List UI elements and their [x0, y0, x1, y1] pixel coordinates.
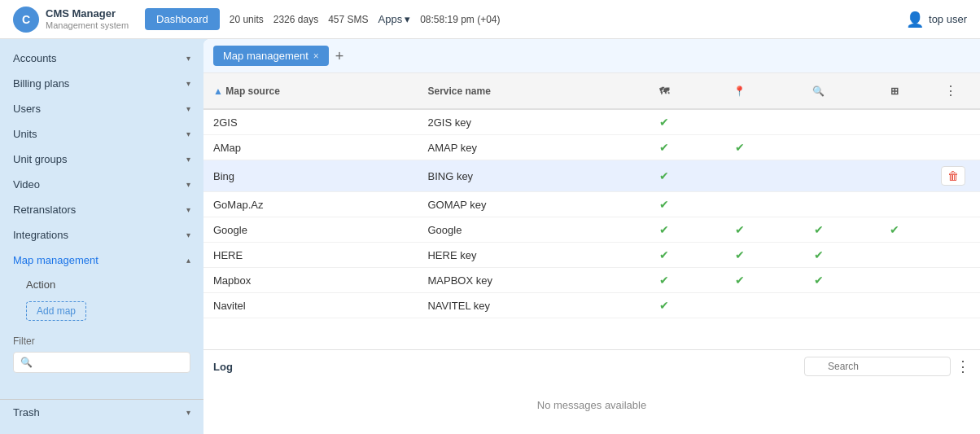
check-icon: ✔: [735, 274, 745, 287]
cell-c1: ✔: [628, 243, 701, 268]
filter-input-wrap: 🔍: [13, 352, 190, 373]
right-panel: Map management × + ▲ Map source Service …: [203, 39, 980, 434]
log-search-input[interactable]: [804, 357, 951, 376]
log-section: Log 🔍 ⋮ No messages available: [203, 349, 980, 434]
cell-c1: ✔: [628, 217, 701, 243]
cell-c3: [779, 135, 858, 160]
cell-c2: [700, 293, 779, 318]
cell-c1: ✔: [628, 192, 701, 217]
chevron-icon: ▾: [186, 205, 190, 214]
cell-source: HERE: [203, 243, 418, 268]
dashboard-button[interactable]: Dashboard: [145, 8, 220, 30]
col-map-source: ▲ Map source: [203, 73, 418, 109]
tab-map-management[interactable]: Map management ×: [213, 46, 329, 66]
cell-service: MAPBOX key: [418, 268, 627, 293]
chevron-down-icon: ▾: [405, 13, 410, 25]
left-navigation: Accounts ▾ Billing plans ▾ Users ▾ Units…: [0, 39, 203, 434]
sidebar-item-billing[interactable]: Billing plans ▾: [0, 71, 203, 96]
col-actions: ⋮ Select columns: [931, 73, 980, 109]
cell-service: 2GIS key: [418, 109, 627, 135]
check-icon: ✔: [659, 169, 669, 182]
cell-c1: ✔: [628, 293, 701, 318]
filter-input[interactable]: [36, 357, 183, 368]
add-map-container: Add map Add a new map: [0, 296, 203, 326]
cell-c4: [858, 243, 931, 268]
add-tab-button[interactable]: +: [335, 49, 344, 64]
cell-c3: [779, 160, 858, 192]
cell-service: HERE key: [418, 243, 627, 268]
sidebar-item-accounts[interactable]: Accounts ▾: [0, 46, 203, 71]
logo-sub: Management system: [46, 20, 129, 31]
cell-delete: 🗑: [931, 160, 980, 192]
table-row: GoMap.Az GOMAP key ✔: [203, 192, 980, 217]
chevron-icon: ▾: [186, 408, 190, 417]
tabs-bar: Map management × +: [203, 39, 980, 73]
add-map-button[interactable]: Add map: [26, 301, 86, 321]
cell-service: Google: [418, 217, 627, 243]
cell-c4: ✔: [858, 217, 931, 243]
check-icon: ✔: [814, 248, 824, 261]
cell-delete: [931, 268, 980, 293]
chevron-icon: ▾: [186, 230, 190, 239]
cell-c3: [779, 192, 858, 217]
log-more-button[interactable]: ⋮: [956, 357, 970, 375]
col-icon4: ⊞: [858, 73, 931, 109]
chevron-icon: ▾: [186, 104, 190, 113]
sidebar-item-trash[interactable]: Trash ▾: [0, 400, 203, 425]
cell-source: Google: [203, 217, 418, 243]
cell-delete: [931, 293, 980, 318]
log-empty-message: No messages available: [213, 383, 970, 427]
cell-c3: [779, 109, 858, 135]
units-stat: 20 units: [230, 14, 264, 25]
sidebar-item-retranslators[interactable]: Retranslators ▾: [0, 197, 203, 222]
cell-service: BING key: [418, 160, 627, 192]
delete-row-button[interactable]: 🗑: [941, 166, 965, 186]
sidebar-item-unit-groups[interactable]: Unit groups ▾: [0, 147, 203, 172]
cell-c2: ✔: [700, 243, 779, 268]
cell-c4: [858, 192, 931, 217]
check-icon: ✔: [659, 274, 669, 287]
cell-c2: [700, 109, 779, 135]
logo-text: CMS Manager Management system: [46, 7, 129, 31]
sidebar-item-units[interactable]: Units ▾: [0, 121, 203, 147]
cell-source: AMap: [203, 135, 418, 160]
check-icon: ✔: [659, 116, 669, 129]
filter-label: Filter: [13, 335, 190, 347]
user-area: 👤 top user: [906, 11, 967, 28]
chevron-icon: ▾: [186, 129, 190, 138]
table-row: Google Google ✔ ✔ ✔ ✔: [203, 217, 980, 243]
cell-delete: [931, 109, 980, 135]
search-icon: 🔍: [20, 357, 33, 368]
cell-c2: ✔: [700, 135, 779, 160]
cell-delete: [931, 192, 980, 217]
cell-c1: ✔: [628, 135, 701, 160]
apps-button[interactable]: Apps ▾: [378, 13, 411, 25]
cell-source: Navitel: [203, 293, 418, 318]
sidebar-item-video[interactable]: Video ▾: [0, 172, 203, 197]
select-columns-button[interactable]: ⋮: [941, 80, 960, 102]
cell-c2: [700, 192, 779, 217]
log-search-wrap: 🔍 ⋮: [804, 357, 970, 376]
sidebar-item-map-management[interactable]: Map management ▴: [0, 248, 203, 273]
chevron-up-icon: ▴: [186, 256, 190, 265]
table-row: HERE HERE key ✔ ✔ ✔: [203, 243, 980, 268]
check-icon: ✔: [735, 248, 745, 261]
table-row: Mapbox MAPBOX key ✔ ✔ ✔: [203, 268, 980, 293]
time-display: 08:58:19 pm (+04): [420, 14, 500, 25]
logo-icon: C: [13, 7, 39, 33]
sidebar-item-integrations[interactable]: Integrations ▾: [0, 222, 203, 248]
log-search-container: 🔍: [804, 357, 951, 376]
cell-c1: ✔: [628, 109, 701, 135]
filter-section: Filter 🔍: [0, 326, 203, 383]
chevron-icon: ▾: [186, 180, 190, 189]
tab-close-button[interactable]: ×: [313, 50, 319, 62]
check-icon: ✔: [890, 223, 899, 236]
cell-c4: [858, 160, 931, 192]
cell-c2: [700, 160, 779, 192]
cell-delete: [931, 243, 980, 268]
sidebar-item-users[interactable]: Users ▾: [0, 96, 203, 121]
check-icon: ✔: [814, 223, 824, 236]
map-table: ▲ Map source Service name 🗺 📍 🔍 ⊞ ⋮ S: [203, 73, 980, 318]
sidebar-sub-action[interactable]: Action: [0, 273, 203, 296]
cell-source: 2GIS: [203, 109, 418, 135]
